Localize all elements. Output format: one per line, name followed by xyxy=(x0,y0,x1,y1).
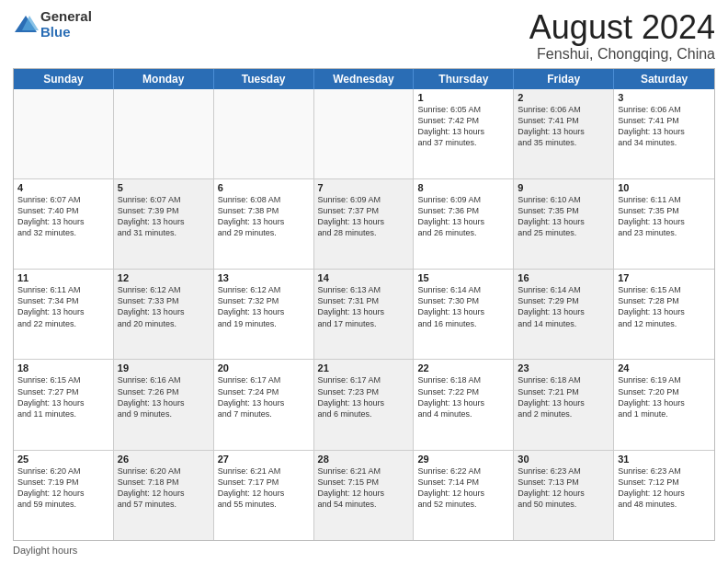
logo-blue: Blue xyxy=(40,25,92,40)
cal-cell-4: 4Sunrise: 6:07 AMSunset: 7:40 PMDaylight… xyxy=(14,179,114,269)
day-number: 4 xyxy=(17,182,109,193)
day-info: Sunrise: 6:17 AMSunset: 7:24 PMDaylight:… xyxy=(218,374,310,419)
title-block: August 2024 Fenshui, Chongqing, China xyxy=(529,9,715,63)
day-info: Sunrise: 6:16 AMSunset: 7:26 PMDaylight:… xyxy=(118,374,210,419)
cal-cell-1: 1Sunrise: 6:05 AMSunset: 7:42 PMDaylight… xyxy=(414,89,514,178)
week-row-5: 25Sunrise: 6:20 AMSunset: 7:19 PMDayligh… xyxy=(14,450,714,540)
cal-cell-20: 20Sunrise: 6:17 AMSunset: 7:24 PMDayligh… xyxy=(214,360,314,449)
day-number: 29 xyxy=(417,454,509,465)
day-number: 22 xyxy=(417,362,509,373)
day-info: Sunrise: 6:20 AMSunset: 7:18 PMDaylight:… xyxy=(118,465,210,511)
day-number: 14 xyxy=(318,272,410,283)
cal-cell-empty-1 xyxy=(114,89,214,178)
day-number: 16 xyxy=(518,272,609,283)
header-day-wednesday: Wednesday xyxy=(314,69,415,89)
day-info: Sunrise: 6:23 AMSunset: 7:12 PMDaylight:… xyxy=(618,465,711,511)
main-title: August 2024 xyxy=(529,9,715,46)
header-day-friday: Friday xyxy=(514,69,614,89)
day-number: 13 xyxy=(218,272,310,283)
header-day-tuesday: Tuesday xyxy=(214,69,314,89)
day-info: Sunrise: 6:07 AMSunset: 7:39 PMDaylight:… xyxy=(118,194,210,239)
day-number: 23 xyxy=(518,362,609,373)
cal-cell-15: 15Sunrise: 6:14 AMSunset: 7:30 PMDayligh… xyxy=(414,270,514,359)
cal-cell-13: 13Sunrise: 6:12 AMSunset: 7:32 PMDayligh… xyxy=(214,270,314,359)
day-info: Sunrise: 6:21 AMSunset: 7:17 PMDaylight:… xyxy=(218,465,310,511)
cal-cell-5: 5Sunrise: 6:07 AMSunset: 7:39 PMDaylight… xyxy=(114,179,214,269)
cal-cell-12: 12Sunrise: 6:12 AMSunset: 7:33 PMDayligh… xyxy=(114,270,214,359)
cal-cell-28: 28Sunrise: 6:21 AMSunset: 7:15 PMDayligh… xyxy=(314,451,415,540)
day-number: 15 xyxy=(417,272,509,283)
day-info: Sunrise: 6:18 AMSunset: 7:21 PMDaylight:… xyxy=(518,374,609,419)
day-number: 6 xyxy=(218,182,310,193)
cal-cell-25: 25Sunrise: 6:20 AMSunset: 7:19 PMDayligh… xyxy=(14,451,114,540)
cal-cell-empty-2 xyxy=(214,89,314,178)
cal-cell-2: 2Sunrise: 6:06 AMSunset: 7:41 PMDaylight… xyxy=(514,89,614,178)
cal-cell-30: 30Sunrise: 6:23 AMSunset: 7:13 PMDayligh… xyxy=(514,451,614,540)
day-info: Sunrise: 6:09 AMSunset: 7:37 PMDaylight:… xyxy=(318,194,410,239)
day-number: 7 xyxy=(318,182,410,193)
day-info: Sunrise: 6:11 AMSunset: 7:35 PMDaylight:… xyxy=(618,194,711,239)
day-number: 12 xyxy=(118,272,210,283)
footer-note: Daylight hours xyxy=(13,545,715,556)
day-info: Sunrise: 6:15 AMSunset: 7:27 PMDaylight:… xyxy=(17,374,109,419)
day-number: 9 xyxy=(518,182,609,193)
day-info: Sunrise: 6:21 AMSunset: 7:15 PMDaylight:… xyxy=(318,465,410,511)
day-info: Sunrise: 6:23 AMSunset: 7:13 PMDaylight:… xyxy=(518,465,609,511)
day-info: Sunrise: 6:22 AMSunset: 7:14 PMDaylight:… xyxy=(417,465,509,511)
header-day-monday: Monday xyxy=(114,69,214,89)
day-number: 31 xyxy=(618,454,711,465)
day-number: 8 xyxy=(417,182,509,193)
cal-cell-17: 17Sunrise: 6:15 AMSunset: 7:28 PMDayligh… xyxy=(614,270,714,359)
cal-cell-empty-3 xyxy=(314,89,415,178)
header-day-sunday: Sunday xyxy=(14,69,114,89)
week-row-4: 18Sunrise: 6:15 AMSunset: 7:27 PMDayligh… xyxy=(14,359,714,449)
day-number: 20 xyxy=(218,362,310,373)
cal-cell-22: 22Sunrise: 6:18 AMSunset: 7:22 PMDayligh… xyxy=(414,360,514,449)
day-number: 5 xyxy=(118,182,210,193)
day-number: 3 xyxy=(618,92,711,103)
logo-text: General Blue xyxy=(40,9,92,40)
cal-cell-29: 29Sunrise: 6:22 AMSunset: 7:14 PMDayligh… xyxy=(414,451,514,540)
day-info: Sunrise: 6:12 AMSunset: 7:33 PMDaylight:… xyxy=(118,284,210,329)
subtitle: Fenshui, Chongqing, China xyxy=(529,46,715,63)
day-info: Sunrise: 6:08 AMSunset: 7:38 PMDaylight:… xyxy=(218,194,310,239)
day-number: 26 xyxy=(118,454,210,465)
day-number: 24 xyxy=(618,362,711,373)
cal-cell-16: 16Sunrise: 6:14 AMSunset: 7:29 PMDayligh… xyxy=(514,270,614,359)
day-info: Sunrise: 6:06 AMSunset: 7:41 PMDaylight:… xyxy=(518,104,609,149)
day-info: Sunrise: 6:05 AMSunset: 7:42 PMDaylight:… xyxy=(417,104,509,149)
week-row-2: 4Sunrise: 6:07 AMSunset: 7:40 PMDaylight… xyxy=(14,178,714,269)
cal-cell-19: 19Sunrise: 6:16 AMSunset: 7:26 PMDayligh… xyxy=(114,360,214,449)
day-number: 2 xyxy=(518,92,609,103)
cal-cell-11: 11Sunrise: 6:11 AMSunset: 7:34 PMDayligh… xyxy=(14,270,114,359)
logo: General Blue xyxy=(13,9,92,40)
cal-cell-3: 3Sunrise: 6:06 AMSunset: 7:41 PMDaylight… xyxy=(614,89,714,178)
day-number: 27 xyxy=(218,454,310,465)
day-info: Sunrise: 6:19 AMSunset: 7:20 PMDaylight:… xyxy=(618,374,711,419)
week-row-1: 1Sunrise: 6:05 AMSunset: 7:42 PMDaylight… xyxy=(14,89,714,178)
cal-cell-8: 8Sunrise: 6:09 AMSunset: 7:36 PMDaylight… xyxy=(414,179,514,269)
cal-cell-7: 7Sunrise: 6:09 AMSunset: 7:37 PMDaylight… xyxy=(314,179,415,269)
day-info: Sunrise: 6:11 AMSunset: 7:34 PMDaylight:… xyxy=(17,284,109,329)
cal-cell-24: 24Sunrise: 6:19 AMSunset: 7:20 PMDayligh… xyxy=(614,360,714,449)
day-number: 25 xyxy=(17,454,109,465)
day-number: 28 xyxy=(318,454,410,465)
day-info: Sunrise: 6:17 AMSunset: 7:23 PMDaylight:… xyxy=(318,374,410,419)
header-day-saturday: Saturday xyxy=(614,69,714,89)
logo-general: General xyxy=(40,9,92,25)
day-number: 17 xyxy=(618,272,711,283)
cal-cell-14: 14Sunrise: 6:13 AMSunset: 7:31 PMDayligh… xyxy=(314,270,415,359)
day-info: Sunrise: 6:18 AMSunset: 7:22 PMDaylight:… xyxy=(417,374,509,419)
header-day-thursday: Thursday xyxy=(414,69,514,89)
day-number: 11 xyxy=(17,272,109,283)
day-number: 10 xyxy=(618,182,711,193)
day-info: Sunrise: 6:13 AMSunset: 7:31 PMDaylight:… xyxy=(318,284,410,329)
day-number: 21 xyxy=(318,362,410,373)
logo-icon xyxy=(13,12,39,38)
page: General Blue August 2024 Fenshui, Chongq… xyxy=(0,0,728,563)
day-info: Sunrise: 6:14 AMSunset: 7:29 PMDaylight:… xyxy=(518,284,609,329)
cal-cell-empty-0 xyxy=(14,89,114,178)
cal-cell-27: 27Sunrise: 6:21 AMSunset: 7:17 PMDayligh… xyxy=(214,451,314,540)
header: General Blue August 2024 Fenshui, Chongq… xyxy=(13,9,715,63)
cal-cell-6: 6Sunrise: 6:08 AMSunset: 7:38 PMDaylight… xyxy=(214,179,314,269)
